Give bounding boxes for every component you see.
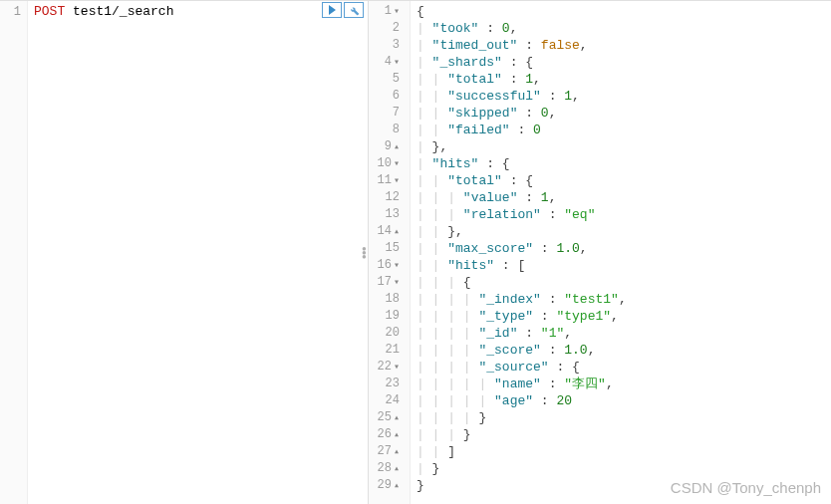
code-line: | | "max_score" : 1.0, — [416, 240, 825, 257]
gutter-line: 14 ▴ — [369, 223, 400, 240]
gutter-line: 1 — [0, 3, 21, 21]
code-line: | | | | | "age" : 20 — [416, 392, 825, 409]
code-line: | "_shards" : { — [416, 54, 825, 71]
gutter-line: 24 — [369, 392, 400, 409]
code-line: | | | | } — [416, 409, 825, 426]
gutter-line: 22 ▾ — [369, 359, 400, 376]
gutter-line: 17 ▾ — [369, 274, 400, 291]
gutter-line: 15 — [369, 240, 400, 257]
code-line: | | "total" : { — [416, 172, 825, 189]
code-line: { — [416, 3, 825, 20]
code-line: } — [416, 477, 825, 494]
run-button[interactable] — [322, 2, 342, 18]
editor-container: 1 POST test1/_search ●●● 1 ▾234 ▾56789 ▴… — [0, 1, 831, 504]
code-line: | | "total" : 1, — [416, 71, 825, 88]
code-line: | } — [416, 460, 825, 477]
code-line: | | | | "_id" : "1", — [416, 325, 825, 342]
play-icon — [329, 5, 336, 15]
code-line: | | "failed" : 0 — [416, 122, 825, 138]
code-line: | | }, — [416, 223, 825, 240]
request-path: test1/_search — [73, 4, 173, 19]
gutter-line: 27 ▴ — [369, 443, 400, 460]
gutter-line: 7 — [369, 105, 400, 122]
gutter-line: 13 — [369, 206, 400, 223]
code-line: | | | | "_score" : 1.0, — [416, 342, 825, 359]
code-line: | | "skipped" : 0, — [416, 105, 825, 122]
code-line: | | ] — [416, 443, 825, 460]
gutter-line: 2 — [369, 20, 400, 37]
request-code[interactable]: POST test1/_search — [28, 1, 368, 504]
gutter-line: 25 ▴ — [369, 409, 400, 426]
request-gutter: 1 — [0, 1, 28, 504]
gutter-line: 10 ▾ — [369, 155, 400, 172]
resize-handle[interactable]: ●●● — [362, 247, 366, 259]
code-line: | | "hits" : [ — [416, 257, 825, 274]
code-line: | | | | "_source" : { — [416, 359, 825, 376]
gutter-line: 28 ▴ — [369, 460, 400, 477]
response-code[interactable]: {| "took" : 0,| "timed_out" : false,| "_… — [411, 1, 831, 504]
code-line: | | | | "_index" : "test1", — [416, 291, 825, 308]
gutter-line: 3 — [369, 37, 400, 54]
gutter-line: 19 — [369, 308, 400, 325]
gutter-line: 26 ▴ — [369, 426, 400, 443]
gutter-line: 12 — [369, 189, 400, 206]
gutter-line: 23 — [369, 376, 400, 392]
gutter-line: 21 — [369, 342, 400, 359]
code-line: | | | | "_type" : "type1", — [416, 308, 825, 325]
gutter-line: 16 ▾ — [369, 257, 400, 274]
gutter-line: 8 — [369, 122, 400, 138]
gutter-line: 6 — [369, 88, 400, 105]
action-buttons — [322, 2, 364, 18]
gutter-line: 20 — [369, 325, 400, 342]
code-line: | | "successful" : 1, — [416, 88, 825, 105]
request-editor-pane[interactable]: 1 POST test1/_search — [0, 1, 369, 504]
gutter-line: 29 ▴ — [369, 477, 400, 494]
gutter-line: 18 — [369, 291, 400, 308]
http-method: POST — [34, 4, 65, 19]
gutter-line: 4 ▾ — [369, 54, 400, 71]
code-line: | | | { — [416, 274, 825, 291]
code-line: | }, — [416, 138, 825, 155]
gutter-line: 1 ▾ — [369, 3, 400, 20]
code-line: | "hits" : { — [416, 155, 825, 172]
code-line: | | | "relation" : "eq" — [416, 206, 825, 223]
response-pane: 1 ▾234 ▾56789 ▴10 ▾11 ▾121314 ▴1516 ▾17 … — [369, 1, 831, 504]
code-line: | "took" : 0, — [416, 20, 825, 37]
code-line: | | | } — [416, 426, 825, 443]
gutter-line: 5 — [369, 71, 400, 88]
code-line: | | | "value" : 1, — [416, 189, 825, 206]
code-line: | | | | | "name" : "李四", — [416, 376, 825, 392]
gutter-line: 9 ▴ — [369, 138, 400, 155]
response-gutter: 1 ▾234 ▾56789 ▴10 ▾11 ▾121314 ▴1516 ▾17 … — [369, 1, 411, 504]
wrench-icon — [348, 4, 360, 16]
code-line: | "timed_out" : false, — [416, 37, 825, 54]
wrench-button[interactable] — [344, 2, 364, 18]
gutter-line: 11 ▾ — [369, 172, 400, 189]
